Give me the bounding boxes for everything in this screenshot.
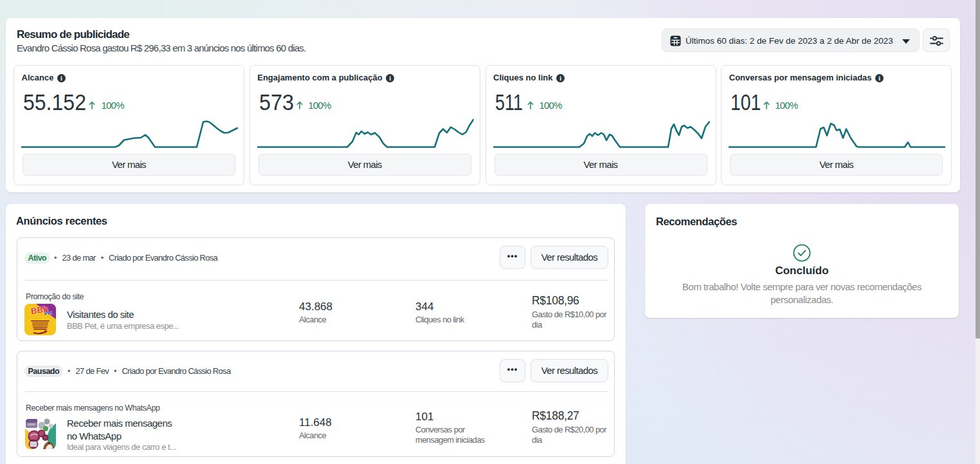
svg-text:Pet: Pet — [44, 310, 53, 317]
